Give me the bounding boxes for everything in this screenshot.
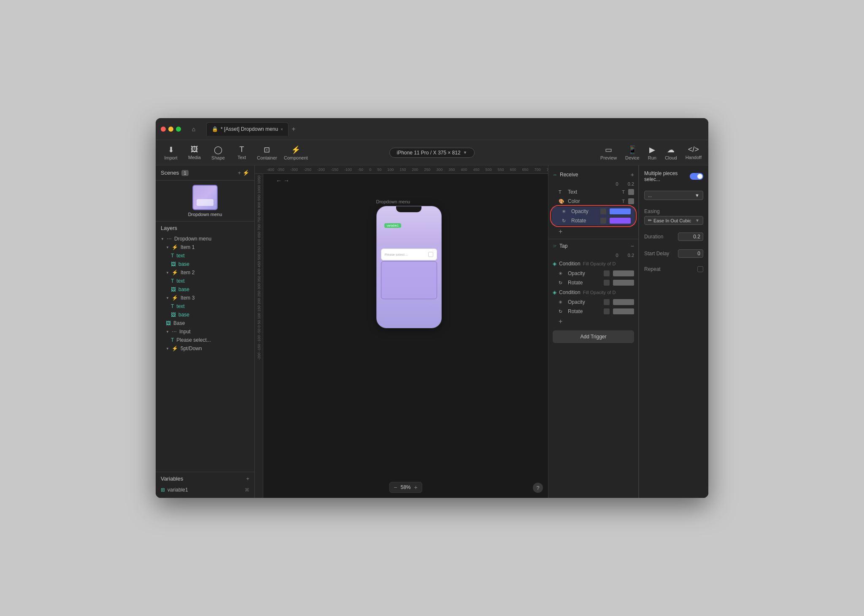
nav-forward[interactable]: → xyxy=(284,177,289,184)
receive-row-color[interactable]: 🎨 Color T xyxy=(548,197,638,206)
add-variable-button[interactable]: + xyxy=(246,476,249,482)
easing-selector[interactable]: ✏ Ease In Out Cubic ▼ xyxy=(644,216,703,225)
easing-label: Easing xyxy=(644,208,703,214)
tap-add-row-button[interactable]: + xyxy=(548,316,638,327)
duration-row: Duration xyxy=(644,232,703,241)
new-tab-button[interactable]: + xyxy=(289,124,299,134)
media-button[interactable]: 🖼 Media xyxy=(186,145,203,160)
layer-name-text2: text xyxy=(176,278,251,284)
tap-opacity1[interactable]: ✳ Opacity xyxy=(548,269,638,278)
layer-item1-base[interactable]: 🖼 base xyxy=(156,260,254,268)
layer-item3[interactable]: ▼ ⚡ Item 3 xyxy=(156,294,254,302)
lightning-icon: ⚡ xyxy=(172,270,178,276)
multiple-select-toggle[interactable] xyxy=(690,173,703,180)
home-icon[interactable]: ⌂ xyxy=(188,123,200,135)
tap-rotate1[interactable]: ↻ Rotate xyxy=(548,278,638,287)
lightning-icon[interactable]: ⚡ xyxy=(243,170,249,176)
duration-input[interactable] xyxy=(678,232,703,241)
handoff-button[interactable]: </> Handoff xyxy=(686,145,702,160)
add-scene-button[interactable]: + xyxy=(238,170,241,176)
receive-row-text[interactable]: T Text T xyxy=(548,187,638,197)
start-delay-input[interactable] xyxy=(678,249,703,258)
phone-container: Dropdown menu variable1 Please select... xyxy=(376,199,442,328)
color-square xyxy=(628,198,634,204)
text-icon: T xyxy=(171,253,174,259)
layer-item2-text[interactable]: T text xyxy=(156,277,254,285)
receive-arrow: ↔ xyxy=(553,172,557,177)
tap-rotate2[interactable]: ↻ Rotate xyxy=(548,307,638,316)
chevron-down-icon: ▼ xyxy=(695,193,699,198)
opacity-square xyxy=(600,208,606,214)
receive-add-button[interactable]: + xyxy=(631,171,634,178)
options-label: ... xyxy=(648,193,652,198)
dropdown-select-box[interactable]: Please select... xyxy=(381,249,437,260)
shape-label: Shape xyxy=(211,155,225,160)
tab-bar: 🔒 * [Asset] Dropdown menu × + xyxy=(206,122,703,136)
scene-thumb[interactable]: Dropdown menu xyxy=(161,185,249,217)
layer-item3-base[interactable]: 🖼 base xyxy=(156,311,254,319)
zoom-in-button[interactable]: + xyxy=(414,484,418,491)
receive-row-rotate[interactable]: ↻ Rotate xyxy=(552,216,635,225)
tab-close-button[interactable]: × xyxy=(281,127,283,132)
run-icon: ▶ xyxy=(649,145,655,154)
media-label: Media xyxy=(188,155,201,160)
receive-val2: 0.2 xyxy=(628,181,634,186)
opacity1-square xyxy=(604,270,610,276)
minimize-button[interactable] xyxy=(168,127,173,132)
close-button[interactable] xyxy=(161,127,166,132)
zoom-value: 58% xyxy=(400,484,410,490)
layer-item3-text[interactable]: T text xyxy=(156,302,254,311)
zoom-out-button[interactable]: − xyxy=(394,484,397,491)
receive-row-opacity[interactable]: ✳ Opacity xyxy=(552,207,635,216)
variable-item[interactable]: ⊞ variable1 ⌘ xyxy=(161,485,249,494)
help-button[interactable]: ? xyxy=(533,483,543,493)
shape-button[interactable]: ◯ Shape xyxy=(210,145,227,160)
options-dropdown[interactable]: ... ▼ xyxy=(644,191,703,200)
properties-panel: Multiple pieces selec... ... ▼ Easing ✏ … xyxy=(639,165,708,498)
repeat-row: Repeat xyxy=(644,266,703,272)
handoff-label: Handoff xyxy=(686,155,702,160)
layer-name-please-select: Please select... xyxy=(176,337,251,343)
cloud-label: Cloud xyxy=(665,155,677,160)
layer-5pt-down[interactable]: ▼ ⚡ 5pt/Down xyxy=(156,344,254,353)
layer-item2[interactable]: ▼ ⚡ Item 2 xyxy=(156,268,254,277)
import-button[interactable]: ⬇ Import xyxy=(162,145,179,160)
text-button[interactable]: T Text xyxy=(233,145,250,160)
preview-button[interactable]: ▭ Preview xyxy=(600,145,617,160)
layer-name-dropdown: Dropdown menu xyxy=(174,236,251,242)
tap-minus-button[interactable]: − xyxy=(631,243,634,249)
phone-label: Dropdown menu xyxy=(376,199,442,204)
repeat-checkbox[interactable] xyxy=(697,266,703,272)
receive-add-row-button[interactable]: + xyxy=(548,226,638,237)
device-selector[interactable]: iPhone 11 Pro / X 375 × 812 ▼ xyxy=(389,148,474,158)
tap-values: 0 0.2 xyxy=(548,252,638,259)
layer-item1[interactable]: ▼ ⚡ Item 1 xyxy=(156,243,254,251)
cloud-icon: ☁ xyxy=(667,145,675,154)
device-button[interactable]: 📱 Device xyxy=(625,145,640,160)
add-trigger-button[interactable]: Add Trigger xyxy=(553,330,634,343)
device-label-right: Device xyxy=(625,155,640,160)
frame-icon: ⋯ xyxy=(167,236,172,242)
cloud-button[interactable]: ☁ Cloud xyxy=(665,145,677,160)
scenes-count: 1 xyxy=(181,170,188,176)
canvas-content[interactable]: ← → Dropdown menu variable1 Please selec… xyxy=(263,174,548,498)
layer-base[interactable]: 🖼 Base xyxy=(156,319,254,327)
layer-please-select[interactable]: T Please select... xyxy=(156,336,254,344)
layer-item1-text[interactable]: T text xyxy=(156,251,254,260)
container-button[interactable]: ⊡ Container xyxy=(257,145,277,160)
layers-section: Layers ▼ ⋯ Dropdown menu ▼ ⚡ Item 1 T te… xyxy=(156,222,254,472)
tab-asset-dropdown[interactable]: 🔒 * [Asset] Dropdown menu × xyxy=(206,122,289,136)
nav-back[interactable]: ← xyxy=(276,177,282,184)
component-button[interactable]: ⚡ Component xyxy=(284,145,308,160)
title-bar: ⌂ 🔒 * [Asset] Dropdown menu × + xyxy=(156,118,708,140)
scenes-actions: + ⚡ xyxy=(238,170,249,176)
layer-item2-base[interactable]: 🖼 base xyxy=(156,285,254,294)
tap-opacity2-name: Opacity xyxy=(568,299,600,305)
img-icon: 🖼 xyxy=(171,261,176,267)
component-label: Component xyxy=(284,155,308,160)
layer-dropdown-menu[interactable]: ▼ ⋯ Dropdown menu xyxy=(156,235,254,243)
tap-opacity2[interactable]: ✳ Opacity xyxy=(548,297,638,307)
layer-input[interactable]: ▼ ⋯ Input xyxy=(156,327,254,336)
maximize-button[interactable] xyxy=(176,127,181,132)
run-button[interactable]: ▶ Run xyxy=(648,145,656,160)
